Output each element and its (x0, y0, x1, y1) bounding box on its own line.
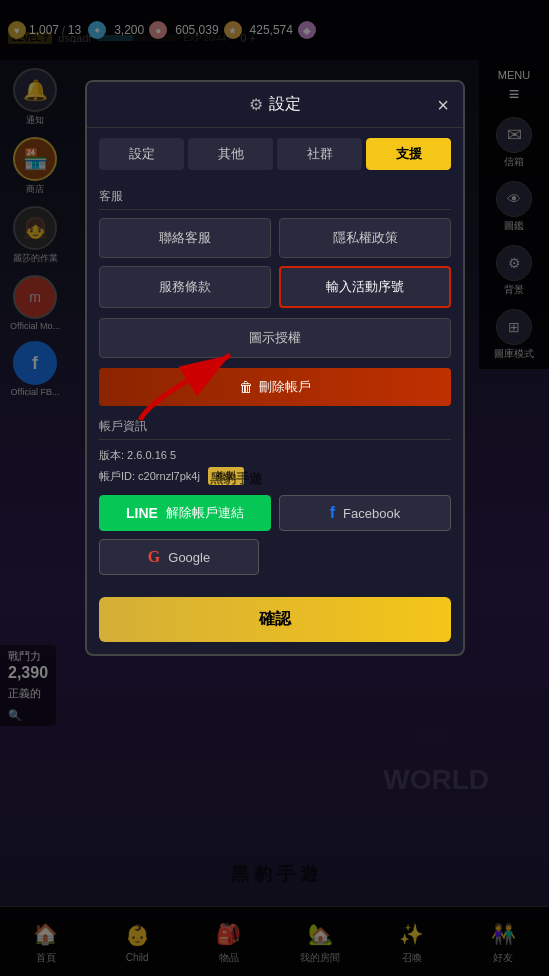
tab-settings[interactable]: 設定 (99, 138, 184, 170)
cs-section-label: 客服 (99, 188, 451, 210)
dialog-title-text: 設定 (269, 94, 301, 115)
social-buttons: LINE 解除帳戶連結 f Facebook G Google (99, 495, 451, 575)
terms-button[interactable]: 服務條款 (99, 266, 271, 308)
google-logo: G (148, 548, 160, 566)
social-row-1: LINE 解除帳戶連結 f Facebook (99, 495, 451, 531)
dialog-title: ⚙ 設定 (249, 94, 301, 115)
settings-gear-icon: ⚙ (249, 95, 263, 114)
confirm-button[interactable]: 確認 (99, 597, 451, 642)
delete-account-label: 刪除帳戶 (259, 378, 311, 396)
delete-icon: 🗑 (239, 379, 253, 395)
dialog-header: ⚙ 設定 × (87, 82, 463, 128)
facebook-label: Facebook (343, 506, 400, 521)
delete-account-button[interactable]: 🗑 刪除帳戶 (99, 368, 451, 406)
line-label: 解除帳戶連結 (166, 504, 244, 522)
dialog-body: 客服 聯絡客服 隱私權政策 服務條款 輸入活動序號 圖示授權 🗑 刪除帳戶 帳戶… (87, 176, 463, 587)
google-label: Google (168, 550, 210, 565)
settings-dialog: ⚙ 設定 × 設定 其他 社群 支援 客服 聯絡客服 隱私權政策 服務條款 輸入… (85, 80, 465, 656)
tab-other[interactable]: 其他 (188, 138, 273, 170)
account-id-row: 帳戶ID: c20rnzl7pk4j 複製 (99, 467, 451, 485)
contact-cs-button[interactable]: 聯絡客服 (99, 218, 271, 258)
account-info-label: 帳戶資訊 (99, 418, 451, 440)
version-row: 版本: 2.6.0.16 5 (99, 448, 451, 463)
line-logo: LINE (126, 505, 158, 521)
copy-button[interactable]: 複製 (208, 467, 244, 485)
privacy-policy-button[interactable]: 隱私權政策 (279, 218, 451, 258)
cs-buttons-grid: 聯絡客服 隱私權政策 服務條款 輸入活動序號 (99, 218, 451, 308)
facebook-button[interactable]: f Facebook (279, 495, 451, 531)
license-button[interactable]: 圖示授權 (99, 318, 451, 358)
line-button[interactable]: LINE 解除帳戶連結 (99, 495, 271, 531)
google-button[interactable]: G Google (99, 539, 259, 575)
facebook-logo: f (330, 504, 335, 522)
enter-code-button[interactable]: 輸入活動序號 (279, 266, 451, 308)
social-row-2: G Google (99, 539, 451, 575)
tab-community[interactable]: 社群 (277, 138, 362, 170)
dialog-close-button[interactable]: × (437, 93, 449, 116)
version-text: 版本: 2.6.0.16 5 (99, 448, 176, 463)
account-id-text: 帳戶ID: c20rnzl7pk4j (99, 469, 200, 484)
tab-support[interactable]: 支援 (366, 138, 451, 170)
settings-tabs: 設定 其他 社群 支援 (87, 128, 463, 176)
